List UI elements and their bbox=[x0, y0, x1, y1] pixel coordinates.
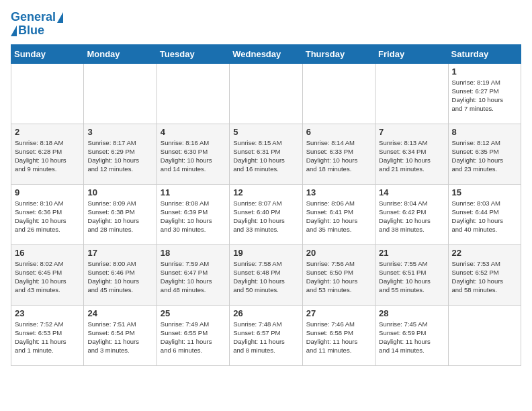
calendar-cell: 15Sunrise: 8:03 AM Sunset: 6:44 PM Dayli… bbox=[448, 184, 521, 244]
day-number: 8 bbox=[452, 127, 517, 137]
day-number: 27 bbox=[306, 308, 371, 318]
day-number: 10 bbox=[87, 187, 152, 197]
calendar-cell: 21Sunrise: 7:55 AM Sunset: 6:51 PM Dayli… bbox=[375, 244, 448, 305]
calendar-cell: 17Sunrise: 8:00 AM Sunset: 6:46 PM Dayli… bbox=[84, 244, 157, 305]
day-info: Sunrise: 7:46 AM Sunset: 6:58 PM Dayligh… bbox=[306, 320, 371, 355]
day-info: Sunrise: 7:58 AM Sunset: 6:48 PM Dayligh… bbox=[233, 259, 298, 295]
calendar-day-header: Monday bbox=[84, 44, 157, 63]
calendar-day-header: Saturday bbox=[448, 44, 521, 63]
calendar-cell: 18Sunrise: 7:59 AM Sunset: 6:47 PM Dayli… bbox=[157, 244, 229, 305]
calendar-cell bbox=[302, 63, 375, 124]
calendar-cell: 1Sunrise: 8:19 AM Sunset: 6:27 PM Daylig… bbox=[448, 63, 521, 124]
calendar-cell: 12Sunrise: 8:07 AM Sunset: 6:40 PM Dayli… bbox=[230, 184, 302, 244]
day-number: 14 bbox=[379, 187, 444, 197]
calendar-week-row: 23Sunrise: 7:52 AM Sunset: 6:53 PM Dayli… bbox=[11, 305, 521, 365]
day-info: Sunrise: 8:12 AM Sunset: 6:35 PM Dayligh… bbox=[452, 138, 517, 174]
calendar-cell: 24Sunrise: 7:51 AM Sunset: 6:54 PM Dayli… bbox=[84, 305, 157, 365]
logo: General Blue bbox=[11, 11, 63, 38]
calendar-week-row: 9Sunrise: 8:10 AM Sunset: 6:36 PM Daylig… bbox=[11, 184, 521, 244]
calendar-cell: 11Sunrise: 8:08 AM Sunset: 6:39 PM Dayli… bbox=[157, 184, 229, 244]
day-info: Sunrise: 8:09 AM Sunset: 6:38 PM Dayligh… bbox=[87, 199, 152, 234]
day-number: 24 bbox=[87, 308, 152, 318]
calendar-cell: 5Sunrise: 8:15 AM Sunset: 6:31 PM Daylig… bbox=[230, 124, 302, 184]
calendar-table: SundayMondayTuesdayWednesdayThursdayFrid… bbox=[11, 44, 521, 366]
calendar-week-row: 1Sunrise: 8:19 AM Sunset: 6:27 PM Daylig… bbox=[11, 63, 521, 124]
day-number: 26 bbox=[233, 308, 298, 318]
day-info: Sunrise: 7:55 AM Sunset: 6:51 PM Dayligh… bbox=[379, 259, 444, 295]
day-info: Sunrise: 8:03 AM Sunset: 6:44 PM Dayligh… bbox=[452, 199, 517, 234]
calendar-cell: 25Sunrise: 7:49 AM Sunset: 6:55 PM Dayli… bbox=[157, 305, 229, 365]
calendar-day-header: Tuesday bbox=[157, 44, 229, 63]
day-info: Sunrise: 7:59 AM Sunset: 6:47 PM Dayligh… bbox=[161, 259, 226, 295]
calendar-day-header: Wednesday bbox=[230, 44, 302, 63]
calendar-cell: 22Sunrise: 7:53 AM Sunset: 6:52 PM Dayli… bbox=[448, 244, 521, 305]
page-header: General Blue bbox=[11, 11, 521, 38]
day-info: Sunrise: 7:45 AM Sunset: 6:59 PM Dayligh… bbox=[379, 320, 444, 355]
day-number: 19 bbox=[233, 248, 298, 258]
calendar-cell bbox=[157, 63, 229, 124]
day-number: 5 bbox=[233, 127, 298, 137]
calendar-cell bbox=[375, 63, 448, 124]
day-info: Sunrise: 7:51 AM Sunset: 6:54 PM Dayligh… bbox=[87, 320, 152, 355]
calendar-cell: 4Sunrise: 8:16 AM Sunset: 6:30 PM Daylig… bbox=[157, 124, 229, 184]
day-info: Sunrise: 8:18 AM Sunset: 6:28 PM Dayligh… bbox=[15, 138, 80, 174]
day-info: Sunrise: 8:04 AM Sunset: 6:42 PM Dayligh… bbox=[379, 199, 444, 234]
calendar-day-header: Sunday bbox=[11, 44, 84, 63]
day-info: Sunrise: 7:53 AM Sunset: 6:52 PM Dayligh… bbox=[452, 259, 517, 295]
calendar-cell: 9Sunrise: 8:10 AM Sunset: 6:36 PM Daylig… bbox=[11, 184, 84, 244]
day-info: Sunrise: 8:15 AM Sunset: 6:31 PM Dayligh… bbox=[233, 138, 298, 174]
logo-general: General bbox=[11, 11, 56, 24]
day-number: 2 bbox=[15, 127, 80, 137]
day-number: 17 bbox=[87, 248, 152, 258]
day-number: 9 bbox=[15, 187, 80, 197]
day-info: Sunrise: 7:49 AM Sunset: 6:55 PM Dayligh… bbox=[161, 320, 226, 355]
calendar-cell bbox=[448, 305, 521, 365]
calendar-body: 1Sunrise: 8:19 AM Sunset: 6:27 PM Daylig… bbox=[11, 63, 521, 365]
calendar-cell bbox=[230, 63, 302, 124]
day-info: Sunrise: 7:48 AM Sunset: 6:57 PM Dayligh… bbox=[233, 320, 298, 355]
day-number: 4 bbox=[161, 127, 226, 137]
day-info: Sunrise: 7:56 AM Sunset: 6:50 PM Dayligh… bbox=[306, 259, 371, 295]
day-info: Sunrise: 8:07 AM Sunset: 6:40 PM Dayligh… bbox=[233, 199, 298, 234]
day-number: 22 bbox=[452, 248, 517, 258]
day-number: 13 bbox=[306, 187, 371, 197]
calendar-cell: 10Sunrise: 8:09 AM Sunset: 6:38 PM Dayli… bbox=[84, 184, 157, 244]
calendar-cell: 26Sunrise: 7:48 AM Sunset: 6:57 PM Dayli… bbox=[230, 305, 302, 365]
calendar-cell: 6Sunrise: 8:14 AM Sunset: 6:33 PM Daylig… bbox=[302, 124, 375, 184]
calendar-cell: 13Sunrise: 8:06 AM Sunset: 6:41 PM Dayli… bbox=[302, 184, 375, 244]
day-info: Sunrise: 8:06 AM Sunset: 6:41 PM Dayligh… bbox=[306, 199, 371, 234]
day-number: 11 bbox=[161, 187, 226, 197]
day-info: Sunrise: 8:17 AM Sunset: 6:29 PM Dayligh… bbox=[87, 138, 152, 174]
calendar-cell bbox=[84, 63, 157, 124]
day-number: 16 bbox=[15, 248, 80, 258]
day-number: 28 bbox=[379, 308, 444, 318]
calendar-cell: 28Sunrise: 7:45 AM Sunset: 6:59 PM Dayli… bbox=[375, 305, 448, 365]
logo-blue: Blue bbox=[18, 24, 44, 38]
day-number: 1 bbox=[452, 66, 517, 77]
calendar-cell bbox=[11, 63, 84, 124]
day-number: 15 bbox=[452, 187, 517, 197]
day-number: 20 bbox=[306, 248, 371, 258]
day-info: Sunrise: 8:10 AM Sunset: 6:36 PM Dayligh… bbox=[15, 199, 80, 234]
day-number: 7 bbox=[379, 127, 444, 137]
day-number: 12 bbox=[233, 187, 298, 197]
day-info: Sunrise: 7:52 AM Sunset: 6:53 PM Dayligh… bbox=[15, 320, 80, 355]
calendar-cell: 3Sunrise: 8:17 AM Sunset: 6:29 PM Daylig… bbox=[84, 124, 157, 184]
calendar-week-row: 2Sunrise: 8:18 AM Sunset: 6:28 PM Daylig… bbox=[11, 124, 521, 184]
calendar-cell: 23Sunrise: 7:52 AM Sunset: 6:53 PM Dayli… bbox=[11, 305, 84, 365]
day-number: 3 bbox=[87, 127, 152, 137]
day-info: Sunrise: 8:02 AM Sunset: 6:45 PM Dayligh… bbox=[15, 259, 80, 295]
calendar-header-row: SundayMondayTuesdayWednesdayThursdayFrid… bbox=[11, 44, 521, 63]
day-info: Sunrise: 8:16 AM Sunset: 6:30 PM Dayligh… bbox=[161, 138, 226, 174]
calendar-day-header: Thursday bbox=[302, 44, 375, 63]
calendar-cell: 2Sunrise: 8:18 AM Sunset: 6:28 PM Daylig… bbox=[11, 124, 84, 184]
day-info: Sunrise: 8:19 AM Sunset: 6:27 PM Dayligh… bbox=[452, 78, 517, 113]
day-info: Sunrise: 8:13 AM Sunset: 6:34 PM Dayligh… bbox=[379, 138, 444, 174]
day-info: Sunrise: 8:00 AM Sunset: 6:46 PM Dayligh… bbox=[87, 259, 152, 295]
calendar-cell: 27Sunrise: 7:46 AM Sunset: 6:58 PM Dayli… bbox=[302, 305, 375, 365]
calendar-cell: 16Sunrise: 8:02 AM Sunset: 6:45 PM Dayli… bbox=[11, 244, 84, 305]
calendar-cell: 8Sunrise: 8:12 AM Sunset: 6:35 PM Daylig… bbox=[448, 124, 521, 184]
calendar-cell: 19Sunrise: 7:58 AM Sunset: 6:48 PM Dayli… bbox=[230, 244, 302, 305]
calendar-cell: 7Sunrise: 8:13 AM Sunset: 6:34 PM Daylig… bbox=[375, 124, 448, 184]
day-number: 25 bbox=[161, 308, 226, 318]
